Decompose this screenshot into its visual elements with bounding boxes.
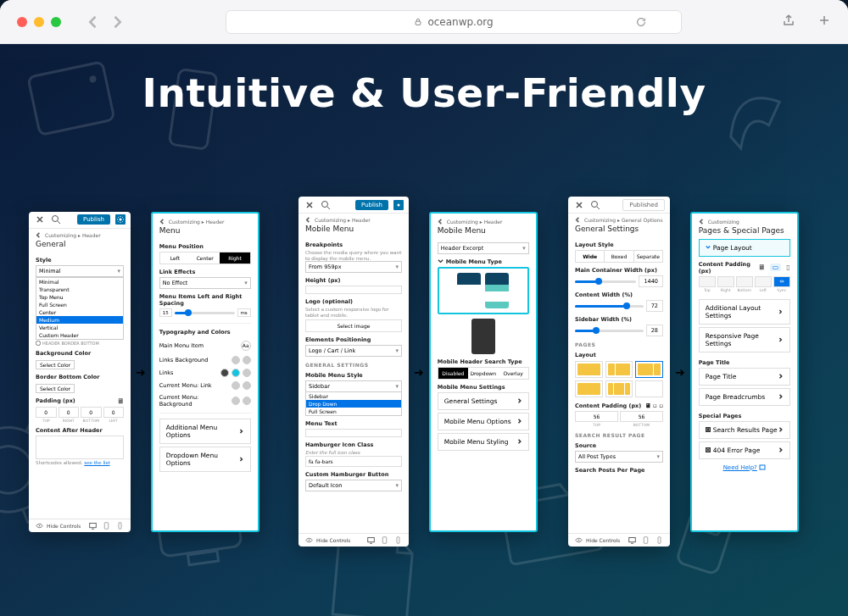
search-type-tabs[interactable]: DisabledDropdownOverlay bbox=[438, 367, 529, 380]
content-width-value[interactable]: 72 bbox=[646, 300, 663, 312]
layout-grid[interactable] bbox=[575, 361, 663, 397]
pad-sync[interactable] bbox=[773, 276, 790, 287]
color-swatch[interactable] bbox=[232, 356, 240, 364]
mobile-preview-dark[interactable] bbox=[471, 319, 495, 354]
bg-color-swatch[interactable]: Select Color bbox=[36, 360, 75, 369]
breadcrumb[interactable]: Customizing bbox=[692, 214, 797, 226]
pad-top[interactable] bbox=[699, 276, 716, 287]
dropdown-menu-button[interactable]: Dropdown Menu Options bbox=[159, 447, 251, 472]
color-swatch[interactable] bbox=[243, 356, 251, 364]
gear-icon[interactable] bbox=[393, 200, 404, 210]
share-icon[interactable] bbox=[782, 14, 795, 31]
page-title-button[interactable]: Page Title bbox=[699, 368, 790, 386]
refresh-icon[interactable] bbox=[635, 16, 647, 28]
sidebar-width-slider[interactable] bbox=[593, 327, 600, 334]
style-dropdown-list[interactable]: Minimal Transparent Top Menu Full Screen… bbox=[36, 277, 124, 340]
tablet-icon[interactable] bbox=[642, 536, 650, 544]
color-swatch[interactable] bbox=[243, 397, 251, 405]
responsive-settings-button[interactable]: Responsive Page Settings bbox=[699, 327, 790, 352]
pad-top[interactable]: 0 bbox=[36, 407, 57, 418]
close-icon[interactable] bbox=[34, 214, 46, 225]
close-icon[interactable] bbox=[573, 199, 585, 211]
close-window[interactable] bbox=[17, 17, 27, 27]
gear-icon[interactable] bbox=[115, 214, 126, 225]
see-list-link[interactable]: see the list bbox=[84, 460, 109, 465]
header-excerpt-select[interactable]: Header Excerpt bbox=[438, 242, 529, 254]
tablet-icon[interactable] bbox=[381, 536, 388, 544]
search-icon[interactable] bbox=[321, 200, 331, 210]
cp-top[interactable]: 56 bbox=[575, 411, 618, 422]
content-width-slider[interactable] bbox=[623, 302, 630, 309]
color-swatch[interactable] bbox=[243, 369, 251, 377]
address-bar[interactable]: oceanwp.org bbox=[226, 10, 682, 34]
mobile-icon[interactable] bbox=[394, 536, 402, 544]
desktop-icon[interactable] bbox=[89, 522, 97, 530]
need-help-link[interactable]: Need Help? bbox=[699, 464, 790, 471]
search-icon[interactable] bbox=[590, 200, 600, 210]
color-swatch[interactable] bbox=[232, 369, 240, 377]
pad-left[interactable]: 0 bbox=[103, 407, 125, 418]
source-select[interactable]: All Post Types bbox=[575, 451, 663, 463]
hide-controls-button[interactable]: Hide Controls bbox=[316, 537, 350, 543]
spacing-slider[interactable] bbox=[185, 309, 192, 316]
color-swatch[interactable] bbox=[243, 381, 251, 390]
mobile-icon[interactable] bbox=[656, 536, 663, 544]
sidebar-width-value[interactable]: 28 bbox=[646, 325, 663, 336]
general-settings-button[interactable]: General Settings bbox=[438, 392, 529, 410]
cp-bottom[interactable]: 56 bbox=[620, 411, 663, 422]
mobile-menu-styling-button[interactable]: Mobile Menu Styling bbox=[438, 433, 529, 451]
link-effects-select[interactable]: No Effect bbox=[159, 277, 251, 289]
content-after-textarea[interactable] bbox=[36, 436, 124, 459]
error-page-button[interactable]: 404 Error Page bbox=[699, 441, 790, 459]
publish-button[interactable]: Publish bbox=[77, 214, 110, 225]
breakpoint-select[interactable]: From 959px bbox=[305, 261, 402, 273]
header-border-checkbox[interactable] bbox=[36, 341, 41, 346]
tablet-icon[interactable] bbox=[103, 522, 110, 530]
hamburger-class-input[interactable]: fa fa-bars bbox=[305, 456, 402, 467]
hide-controls-button[interactable]: Hide Controls bbox=[586, 537, 620, 543]
page-layout-button[interactable]: Page Layout bbox=[699, 239, 790, 257]
mobile-type-preview[interactable] bbox=[438, 267, 529, 314]
custom-hamburger-select[interactable]: Default Icon bbox=[305, 480, 402, 491]
hide-controls-button[interactable]: Hide Controls bbox=[47, 523, 81, 529]
style-select-open[interactable]: Minimal bbox=[36, 265, 124, 277]
breadcrumb[interactable]: Customizing ▸ Header bbox=[153, 214, 258, 226]
typography-button[interactable]: Aa bbox=[241, 341, 251, 351]
breadcrumbs-button[interactable]: Page Breadcrumbs bbox=[699, 388, 790, 406]
pad-right[interactable]: 0 bbox=[59, 407, 80, 418]
additional-layout-button[interactable]: Additional Layout Settings bbox=[699, 299, 790, 325]
additional-menu-button[interactable]: Additional Menu Options bbox=[159, 419, 251, 444]
color-swatch[interactable] bbox=[232, 397, 240, 405]
breadcrumb[interactable]: Customizing ▸ Header bbox=[29, 229, 131, 240]
desktop-icon[interactable] bbox=[367, 536, 375, 544]
search-results-button[interactable]: Search Results Page bbox=[699, 421, 790, 439]
container-width-value[interactable]: 1440 bbox=[639, 275, 663, 287]
height-input[interactable] bbox=[305, 286, 402, 294]
menu-text-input[interactable] bbox=[305, 429, 402, 437]
border-color-swatch[interactable]: Select Color bbox=[36, 384, 75, 393]
close-icon[interactable] bbox=[304, 199, 315, 211]
minimize-window[interactable] bbox=[34, 17, 44, 27]
breadcrumb[interactable]: Customizing ▸ General Options bbox=[568, 214, 670, 225]
publish-button[interactable]: Publish bbox=[355, 200, 388, 210]
breadcrumb[interactable]: Customizing ▸ Header bbox=[431, 214, 536, 226]
breadcrumb[interactable]: Customizing ▸ Header bbox=[298, 214, 409, 225]
new-tab-icon[interactable] bbox=[817, 14, 831, 31]
color-swatch[interactable] bbox=[232, 381, 240, 390]
mobile-menu-style-select[interactable]: Sidebar bbox=[305, 380, 402, 392]
mobile-menu-options-button[interactable]: Mobile Menu Options bbox=[438, 413, 529, 430]
search-icon[interactable] bbox=[51, 214, 61, 225]
maximize-window[interactable] bbox=[51, 17, 61, 27]
back-button[interactable] bbox=[85, 14, 102, 31]
pad-bottom[interactable]: 0 bbox=[81, 407, 102, 418]
layout-style-tabs[interactable]: WideBoxedSeparate bbox=[575, 250, 663, 263]
pad-bottom[interactable] bbox=[736, 276, 753, 287]
menu-position-tabs[interactable]: LeftCenterRight bbox=[159, 252, 251, 264]
container-width-slider[interactable] bbox=[595, 278, 602, 285]
forward-button[interactable] bbox=[109, 14, 126, 31]
select-image-button[interactable]: Select image bbox=[305, 319, 402, 332]
pad-left[interactable] bbox=[755, 276, 772, 287]
desktop-icon[interactable] bbox=[628, 536, 636, 544]
pad-right[interactable] bbox=[717, 276, 734, 287]
mobile-icon[interactable] bbox=[116, 522, 124, 530]
